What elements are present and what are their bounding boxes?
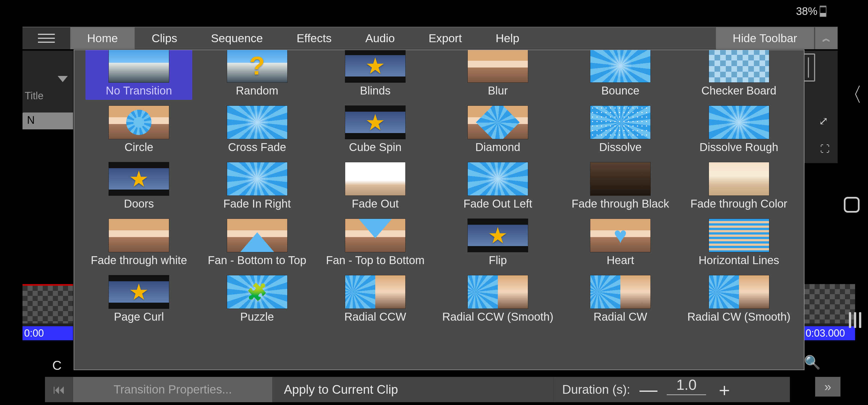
timeline-clip-left[interactable]: 0:00 xyxy=(23,284,73,340)
timeline-time-end: 0:03.000 xyxy=(804,326,855,340)
duration-increment-button[interactable]: ＋ xyxy=(715,380,734,399)
transition-dissolve-rough[interactable]: Dissolve Rough xyxy=(685,103,793,156)
transition-thumbnail xyxy=(709,50,769,83)
transition-no-transition[interactable]: No Transition xyxy=(86,50,192,100)
transition-radial-ccw[interactable]: Radial CCW xyxy=(322,272,429,326)
transition-flip[interactable]: ★Flip xyxy=(440,216,556,269)
transition-label: Dissolve xyxy=(599,141,642,153)
transition-label: Radial CCW (Smooth) xyxy=(442,311,554,323)
transition-label: Page Curl xyxy=(114,311,164,323)
transition-thumbnail xyxy=(345,162,406,196)
transition-label: Dissolve Rough xyxy=(700,141,778,153)
transition-horizontal-lines[interactable]: Horizontal Lines xyxy=(685,216,793,269)
tab-clips[interactable]: Clips xyxy=(135,27,194,49)
collapse-icon[interactable]: ︽ xyxy=(815,27,838,49)
transition-fan-top-to-bottom[interactable]: Fan - Top to Bottom xyxy=(322,216,429,269)
transition-fade-through-color[interactable]: Fade through Color xyxy=(685,159,793,213)
transition-checker-board[interactable]: Checker Board xyxy=(685,50,793,100)
transition-thumbnail xyxy=(467,106,528,139)
transition-heart[interactable]: ♥Heart xyxy=(567,216,674,269)
transition-label: Fade through Color xyxy=(690,197,787,210)
transition-label: Fan - Bottom to Top xyxy=(208,254,306,267)
transition-cube-spin[interactable]: ★Cube Spin xyxy=(322,103,429,156)
android-recents-button[interactable] xyxy=(849,312,861,328)
transition-thumbnail xyxy=(345,275,406,309)
transition-label: Circle xyxy=(125,141,153,153)
tab-audio[interactable]: Audio xyxy=(348,27,412,49)
duration-value[interactable]: 1.0 xyxy=(667,376,706,395)
transition-doors[interactable]: ★Doors xyxy=(86,159,192,213)
transition-bounce[interactable]: Bounce xyxy=(567,50,674,100)
transition-label: Cross Fade xyxy=(228,141,286,153)
transition-fade-through-black[interactable]: Fade through Black xyxy=(567,159,674,213)
transition-fade-out[interactable]: Fade Out xyxy=(322,159,429,213)
transition-label: Fade Out Left xyxy=(464,197,532,210)
transition-label: Random xyxy=(236,84,278,97)
prev-track-button[interactable]: ⏮ xyxy=(45,377,73,402)
transition-label: Fade Out xyxy=(352,197,399,210)
transition-thumbnail: ♥ xyxy=(590,219,651,252)
transition-thumbnail xyxy=(590,162,651,196)
android-back-button[interactable]: 〈 xyxy=(843,82,862,108)
transition-fade-in-right[interactable]: Fade In Right xyxy=(204,159,310,213)
tab-help[interactable]: Help xyxy=(479,27,536,49)
star-icon: ★ xyxy=(365,53,385,79)
toolbar-title-remnant: Title xyxy=(23,51,73,118)
transition-fan-bottom-to-top[interactable]: Fan - Bottom to Top xyxy=(204,216,310,269)
transition-thumbnail: ? xyxy=(227,50,287,83)
transition-blur[interactable]: Blur xyxy=(440,50,556,100)
transition-properties-button[interactable]: Transition Properties... xyxy=(73,377,273,402)
transition-label: Blur xyxy=(488,84,508,97)
transition-random[interactable]: ?Random xyxy=(204,50,310,100)
transition-radial-ccw-smooth[interactable]: Radial CCW (Smooth) xyxy=(440,272,556,326)
transition-thumbnail: 🧩 xyxy=(227,275,287,309)
diamond-icon xyxy=(476,106,520,139)
status-bar: 38% xyxy=(796,3,827,20)
apply-to-current-clip-button[interactable]: Apply to Current Clip xyxy=(273,377,554,402)
transition-thumbnail: ★ xyxy=(467,219,528,252)
transition-thumbnail xyxy=(590,106,651,139)
transition-fade-through-white[interactable]: Fade through white xyxy=(86,216,192,269)
transition-thumbnail: ★ xyxy=(108,162,169,196)
transition-label: Cube Spin xyxy=(349,141,402,153)
triangle-up-icon xyxy=(240,232,274,252)
transition-label: Checker Board xyxy=(701,84,776,97)
transition-thumbnail: ★ xyxy=(108,275,169,309)
transition-radial-cw-smooth[interactable]: Radial CW (Smooth) xyxy=(685,272,793,326)
puzzle-icon: 🧩 xyxy=(247,282,268,302)
transition-dissolve[interactable]: Dissolve xyxy=(567,103,674,156)
transition-label: Fade through Black xyxy=(572,197,669,210)
transition-circle[interactable]: Circle xyxy=(86,103,192,156)
transition-page-curl[interactable]: ★Page Curl xyxy=(86,272,192,326)
more-button[interactable]: » xyxy=(815,377,840,397)
letter-c-remnant: C xyxy=(52,358,62,373)
transition-thumbnail xyxy=(108,106,169,139)
transition-puzzle[interactable]: 🧩Puzzle xyxy=(204,272,310,326)
transition-radial-cw[interactable]: Radial CW xyxy=(567,272,674,326)
tab-export[interactable]: Export xyxy=(412,27,479,49)
duration-decrement-button[interactable]: — xyxy=(639,380,658,399)
tab-effects[interactable]: Effects xyxy=(280,27,348,49)
transition-diamond[interactable]: Diamond xyxy=(440,103,556,156)
timeline-clip-right[interactable]: 0:03.000 xyxy=(804,284,855,340)
transition-fade-out-left[interactable]: Fade Out Left xyxy=(440,159,556,213)
search-icon[interactable]: 🔍 xyxy=(804,354,821,370)
transition-cross-fade[interactable]: Cross Fade xyxy=(204,103,310,156)
transition-thumbnail xyxy=(709,275,769,309)
transition-label: Heart xyxy=(607,254,634,267)
transition-label: Fade In Right xyxy=(223,197,291,210)
transition-thumbnail xyxy=(590,50,651,83)
transition-blinds[interactable]: ★Blinds xyxy=(322,50,429,100)
battery-percent: 38% xyxy=(796,5,817,18)
triangle-down-icon xyxy=(359,219,392,238)
tab-home[interactable]: Home xyxy=(70,27,135,49)
top-tab-bar: Home Clips Sequence Effects Audio Export… xyxy=(23,27,838,49)
menu-button[interactable] xyxy=(23,27,70,49)
transition-label: Radial CW xyxy=(593,311,647,323)
android-home-button[interactable] xyxy=(844,197,860,213)
resize-icon[interactable]: ⤢ xyxy=(815,113,832,129)
transition-thumbnail: ★ xyxy=(345,106,406,139)
hide-toolbar-button[interactable]: Hide Toolbar xyxy=(716,27,814,49)
fullscreen-icon[interactable]: ⛶ xyxy=(818,143,832,157)
tab-sequence[interactable]: Sequence xyxy=(194,27,280,49)
